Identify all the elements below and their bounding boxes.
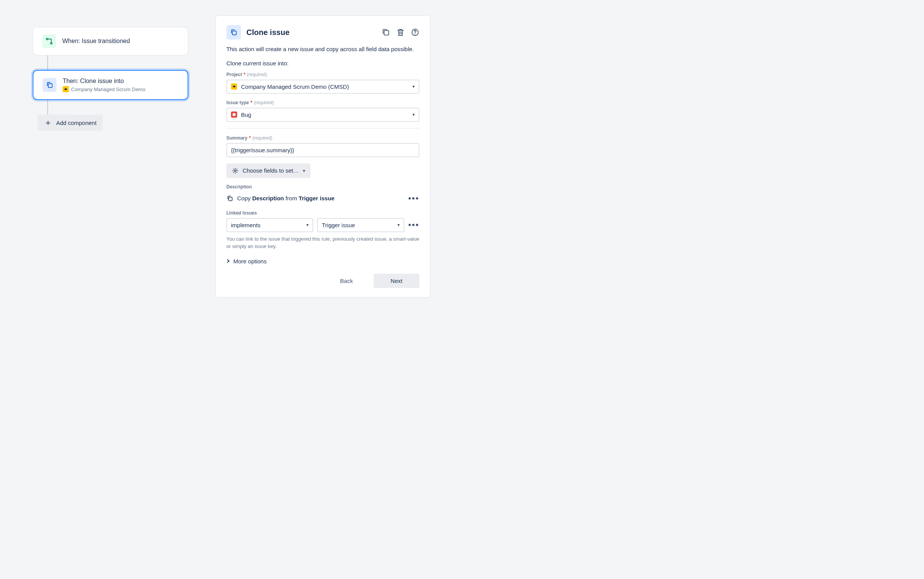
panel-description: This action will create a new issue and … — [226, 45, 419, 54]
panel-title: Clone issue — [246, 28, 289, 37]
chevron-down-icon: ▾ — [412, 112, 415, 117]
add-component-button[interactable]: ＋ Add component — [38, 115, 103, 131]
svg-rect-10 — [233, 86, 235, 87]
help-icon[interactable] — [411, 28, 419, 37]
project-avatar-icon — [63, 86, 69, 92]
chevron-down-icon: ▾ — [306, 222, 309, 228]
panel-subtitle: Clone current issue into: — [226, 60, 419, 67]
chevron-down-icon: ▾ — [397, 222, 400, 228]
trigger-title: When: Issue transitioned — [62, 38, 130, 45]
svg-rect-2 — [48, 84, 52, 88]
chevron-down-icon: ▾ — [412, 84, 415, 89]
copy-description-row: Copy Description from Trigger issue — [226, 195, 334, 202]
issuetype-select[interactable]: Bug ▾ — [226, 108, 419, 122]
svg-rect-6 — [384, 30, 389, 35]
issuetype-field-label: Issue type * (required) — [226, 100, 419, 105]
delete-icon[interactable] — [396, 28, 405, 37]
linked-issues-label: Linked Issues — [226, 210, 419, 216]
choose-fields-button[interactable]: Choose fields to set… ▾ — [226, 163, 311, 178]
connector-line — [47, 100, 48, 115]
next-button[interactable]: Next — [374, 274, 419, 288]
description-field-label: Description — [226, 184, 419, 190]
plus-icon: ＋ — [44, 118, 52, 127]
project-avatar-icon — [231, 83, 237, 90]
clone-icon — [43, 78, 57, 92]
svg-point-8 — [415, 33, 415, 34]
more-actions-icon[interactable]: ••• — [408, 221, 419, 229]
svg-rect-5 — [233, 31, 236, 35]
svg-rect-4 — [65, 88, 67, 90]
link-target-select[interactable]: Trigger issue ▾ — [317, 218, 404, 232]
bug-icon — [231, 111, 237, 118]
linked-hint: You can link to the issue that triggered… — [226, 235, 419, 250]
more-options-toggle[interactable]: More options — [226, 258, 419, 265]
summary-field-label: Summary * (required) — [226, 135, 419, 141]
action-title: Then: Clone issue into — [63, 78, 145, 85]
rule-flow-column: When: Issue transitioned Then: Clone iss… — [31, 15, 192, 298]
copy-icon — [226, 195, 233, 202]
link-type-select[interactable]: implements ▾ — [226, 218, 313, 232]
transition-icon — [42, 34, 56, 48]
summary-input[interactable] — [226, 143, 419, 157]
svg-rect-12 — [229, 197, 232, 201]
svg-point-11 — [234, 170, 236, 171]
trigger-node[interactable]: When: Issue transitioned — [33, 27, 188, 55]
action-node-clone[interactable]: Then: Clone issue into Company Managed S… — [33, 70, 188, 100]
action-subtitle: Company Managed Scrum Demo — [63, 86, 145, 92]
chevron-right-icon — [226, 259, 230, 263]
svg-point-0 — [46, 38, 48, 40]
duplicate-icon[interactable] — [382, 28, 390, 37]
svg-point-1 — [50, 42, 52, 44]
project-select[interactable]: Company Managed Scrum Demo (CMSD) ▾ — [226, 80, 419, 94]
back-button[interactable]: Back — [323, 274, 370, 288]
clone-icon — [226, 25, 241, 40]
config-panel: Clone issue This action will create a ne… — [215, 15, 430, 298]
chevron-down-icon: ▾ — [303, 168, 305, 173]
project-field-label: Project * (required) — [226, 72, 419, 77]
connector-line — [47, 55, 48, 70]
more-actions-icon[interactable]: ••• — [408, 194, 419, 203]
gear-icon — [232, 167, 239, 174]
